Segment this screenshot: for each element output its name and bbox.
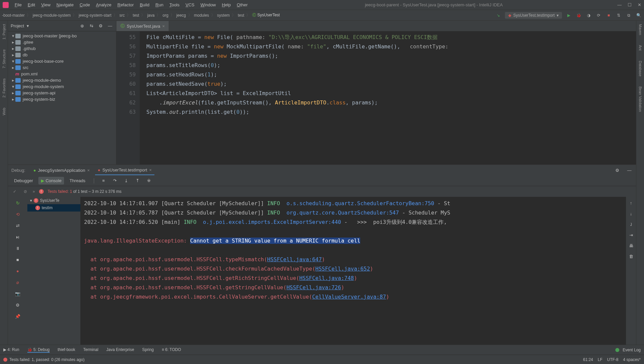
build-icon[interactable]: ↘ xyxy=(495,12,502,19)
menu-build[interactable]: Build xyxy=(137,1,152,9)
event-log-button[interactable]: Event Log xyxy=(623,348,641,352)
toggle-icon[interactable]: ⇄ xyxy=(14,222,21,229)
tree-node[interactable]: ▾jeecg-module-system xyxy=(8,83,116,90)
coverage-button[interactable]: ◑ xyxy=(585,12,592,19)
menu-file[interactable]: File xyxy=(12,1,24,9)
profile-button[interactable]: ⟳ xyxy=(595,12,602,19)
tool-window-button[interactable]: 1: Project xyxy=(2,24,6,39)
breadcrumb-item[interactable]: java xyxy=(147,13,154,18)
mute-icon[interactable]: ⌀ xyxy=(14,279,21,286)
test-tree-node[interactable]: !testIm xyxy=(27,204,80,212)
bottom-tool-button[interactable]: Spring xyxy=(142,347,154,353)
step-over-icon[interactable]: ≡ xyxy=(100,177,107,184)
breadcrumb-item[interactable]: jeecg-system-start xyxy=(79,13,111,18)
stop-icon[interactable]: ■ xyxy=(14,256,21,263)
gear-icon[interactable]: ⚙ xyxy=(614,167,621,173)
test-tree-node[interactable]: ▾ !SysUserTe xyxy=(27,197,80,204)
tree-node[interactable]: ▸src xyxy=(8,64,116,71)
tree-node[interactable]: ▸db xyxy=(8,52,116,58)
tree-node[interactable]: ▸.gitee xyxy=(8,39,116,45)
breakpoint-icon[interactable]: ● xyxy=(14,268,21,274)
gear-icon[interactable]: ⚙ xyxy=(97,23,104,29)
breadcrumb-item[interactable]: org xyxy=(162,13,168,18)
tree-node[interactable]: ▸jeecg-system-biz xyxy=(8,96,116,102)
breadcrumb-item[interactable]: system xyxy=(217,13,230,18)
status-bar-item[interactable]: LF xyxy=(598,357,602,362)
chevron-down-icon[interactable]: ▾ xyxy=(27,23,29,28)
clear-icon[interactable]: 🗑 xyxy=(628,253,634,260)
maximize-button[interactable]: ☐ xyxy=(628,2,632,7)
cancel-icon[interactable]: ⊘ xyxy=(22,188,29,195)
tool-window-button[interactable]: Web xyxy=(2,108,6,115)
status-bar-item[interactable]: UTF-8 xyxy=(607,357,618,362)
bottom-tool-button[interactable]: Java Enterprise xyxy=(106,347,134,353)
tool-window-button[interactable]: Ant xyxy=(638,45,642,51)
bottom-tool-button[interactable]: 🐞 5: Debug xyxy=(27,347,50,353)
minimize-panel-icon[interactable]: — xyxy=(107,23,113,29)
menu-vcs[interactable]: VCS xyxy=(183,1,197,9)
menu-navigate[interactable]: Navigate xyxy=(54,1,76,9)
tool-window-button[interactable]: Bean Validation xyxy=(638,86,642,112)
close-tab-icon[interactable]: × xyxy=(162,24,165,29)
editor-tab[interactable]: Ⓒ SysUserTest.java × xyxy=(116,21,169,31)
export-icon[interactable]: ⤒ xyxy=(134,177,141,184)
breadcrumb-item[interactable]: jeecg-module-system xyxy=(33,13,71,18)
run-configuration-selector[interactable]: ◆ SysUserTest.testImport ▾ xyxy=(505,12,562,19)
breadcrumb-item[interactable]: test xyxy=(133,13,139,18)
status-bar-item[interactable]: 61:24 xyxy=(583,357,593,362)
tree-node[interactable]: ▾jeecg-boot-base-core xyxy=(8,58,116,64)
debug-button[interactable]: 🐞 xyxy=(575,12,582,19)
menu-tools[interactable]: Tools xyxy=(167,1,182,9)
search-everywhere-button[interactable]: ⧉ xyxy=(625,12,632,19)
code-content[interactable]: File cMultiFile = new File( pathname: "D… xyxy=(140,31,636,164)
tree-node[interactable]: mpom.xml xyxy=(8,71,116,77)
step-out-icon[interactable]: ⤓ xyxy=(123,177,129,184)
menu-analyze[interactable]: Analyze xyxy=(93,1,114,9)
wrap-icon[interactable]: ⤸ xyxy=(628,221,634,228)
breadcrumb-item[interactable]: jeecg xyxy=(176,13,186,18)
bottom-tool-button[interactable]: thief-book xyxy=(58,347,75,353)
tree-node[interactable]: ▾jeecg-boot-master [jeecg-bo xyxy=(8,33,116,39)
bottom-tool-button[interactable]: Terminal xyxy=(83,347,98,353)
scroll-up-icon[interactable]: ↑ xyxy=(628,200,634,206)
menu-other[interactable]: Other xyxy=(234,1,250,9)
filter-icon[interactable]: ※ xyxy=(145,177,152,184)
menu-refactor[interactable]: Refactor xyxy=(115,1,136,9)
debug-session-tab[interactable]: ●JeecgSystemApplication× xyxy=(31,165,92,175)
menu-help[interactable]: Help xyxy=(219,1,233,9)
resume-icon[interactable]: ⏯ xyxy=(14,234,21,240)
stop-button[interactable]: ■ xyxy=(605,12,612,19)
menu-edit[interactable]: Edit xyxy=(25,1,38,9)
debug-session-tab[interactable]: ●SysUserTest.testImport× xyxy=(95,165,154,175)
minimize-button[interactable]: — xyxy=(617,2,622,7)
tool-window-button[interactable]: Database xyxy=(638,61,642,76)
pin-icon[interactable]: 📌 xyxy=(14,313,21,320)
tool-window-button[interactable]: 2: Favorites xyxy=(2,78,6,97)
project-tree[interactable]: ▾jeecg-boot-master [jeecg-bo▸.gitee▸.git… xyxy=(8,31,116,164)
search-button[interactable]: 🔍 xyxy=(635,12,642,19)
check-icon[interactable]: ✓ xyxy=(11,188,18,195)
minimize-panel-icon[interactable]: — xyxy=(626,167,633,173)
export-log-icon[interactable]: ⇥ xyxy=(628,232,634,238)
tree-node[interactable]: ▸.github xyxy=(8,45,116,52)
menu-run[interactable]: Run xyxy=(153,1,166,9)
pause-icon[interactable]: ⏸ xyxy=(14,245,21,252)
settings-icon[interactable]: ⚙ xyxy=(14,302,21,308)
tree-node[interactable]: ▸jeecg-system-api xyxy=(8,90,116,96)
print-icon[interactable]: 🖶 xyxy=(628,242,634,249)
menu-code[interactable]: Code xyxy=(77,1,93,9)
tool-window-button[interactable]: Maven xyxy=(638,24,642,35)
bottom-tool-button[interactable]: ▶ 4: Run xyxy=(3,347,19,353)
step-into-icon[interactable]: ↷ xyxy=(111,177,118,184)
breadcrumb-item[interactable]: -boot-master xyxy=(2,13,25,18)
breadcrumb-item[interactable]: test xyxy=(238,13,244,18)
collapse-icon[interactable]: ⇆ xyxy=(88,23,95,29)
rerun-failed-icon[interactable]: ⟲ xyxy=(14,211,21,218)
close-button[interactable]: ✕ xyxy=(638,2,641,7)
debug-sub-tab[interactable]: ▶ Console xyxy=(38,177,64,185)
tool-window-button[interactable]: 7: Structure xyxy=(2,49,6,68)
console-output[interactable]: 2022-10-10 14:17:01.907 [Quartz Schedule… xyxy=(81,197,626,345)
menu-view[interactable]: View xyxy=(38,1,53,9)
code-editor[interactable]: 555657585960616263 File cMultiFile = new… xyxy=(116,31,636,164)
tree-node[interactable]: ▸jeecg-module-demo xyxy=(8,77,116,83)
